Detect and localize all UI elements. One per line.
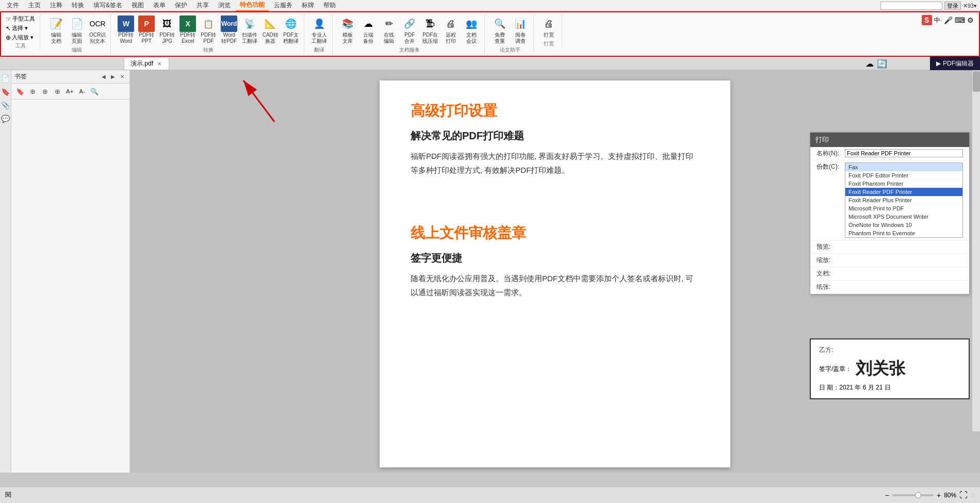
- remote-print-icon: 🖨: [443, 15, 459, 32]
- sig-date-label: 日 期：: [819, 383, 839, 392]
- sidebar-tool-4[interactable]: ⊕: [52, 86, 63, 97]
- printer-ms-xps[interactable]: Microsoft XPS Document Writer: [845, 213, 962, 221]
- printer-ms-pdf[interactable]: Microsoft Print to PDF: [845, 204, 962, 213]
- edit-page-btn[interactable]: 📄 编辑页面: [67, 14, 87, 45]
- zoom-plus-btn[interactable]: +: [937, 491, 941, 499]
- menu-home[interactable]: 主页: [24, 0, 45, 11]
- pdf-merge-btn[interactable]: 🔗 PDF合并: [400, 14, 419, 45]
- sogou-area: S 中· 🎤 ⌨ ⚙: [922, 15, 974, 25]
- login-button[interactable]: 登录: [944, 2, 961, 10]
- panel-bookmark-icon[interactable]: 🔖: [1, 88, 10, 96]
- free-check-icon: 🔍: [492, 15, 508, 32]
- printer-onenote[interactable]: OneNote for Windows 10: [845, 221, 962, 229]
- sidebar-tool-5[interactable]: A+: [64, 86, 75, 97]
- menu-form[interactable]: 表单: [149, 0, 170, 11]
- paper-group: 🔍 免费查重 📊 阅卷调查 论文助手: [487, 14, 534, 54]
- pdf-to-excel-btn[interactable]: X PDF转Excel: [178, 14, 198, 45]
- print-name-value: [845, 149, 963, 157]
- pdf-tab[interactable]: 演示.pdf ✕: [124, 57, 169, 70]
- ocr-btn[interactable]: OCR OCR识别文本: [88, 14, 107, 45]
- signature-box: 乙方: 签字/盖章： 刘关张 日 期： 2021 年 6 月 21 日: [810, 338, 970, 399]
- zoom-level[interactable]: ✕93▾: [963, 3, 977, 9]
- compress-btn[interactable]: 🗜 PDF在线压缩: [420, 14, 440, 45]
- sidebar-next-btn[interactable]: ▶: [109, 73, 117, 81]
- page-info: 閱: [5, 491, 11, 499]
- page-number: 閱: [5, 491, 11, 499]
- hand-tool-btn[interactable]: ☞ 手型工具: [4, 14, 37, 23]
- pdf-to-jpg-btn[interactable]: 🖼 PDF转JPG: [157, 14, 177, 45]
- expert-translate-btn[interactable]: 👤 专业人工翻译: [309, 14, 329, 45]
- sogou-logo: S: [922, 15, 932, 25]
- zoom-control: − + 80% ⛶ //: [885, 491, 975, 500]
- printer-foxit-editor[interactable]: Foxit PDF Editor Printer: [845, 171, 962, 180]
- menu-convert[interactable]: 转换: [68, 0, 88, 11]
- print-btn[interactable]: 🖨 打宽: [539, 14, 559, 39]
- sidebar-prev-btn[interactable]: ◀: [100, 73, 108, 81]
- pdf-pdf-icon: 📋: [200, 15, 217, 32]
- sidebar-tool-7[interactable]: 🔍: [89, 86, 100, 97]
- search-input[interactable]: [880, 2, 942, 10]
- pdf-editor-btn[interactable]: ▶ PDF编辑器: [930, 57, 980, 70]
- menu-sign[interactable]: 填写&签名: [89, 0, 126, 11]
- pdf-to-pdf-btn[interactable]: 📋 PDF转PDF: [199, 14, 218, 45]
- template-btn[interactable]: 📚 模板文库: [338, 14, 357, 45]
- print-group-label: 打宽: [544, 40, 554, 47]
- sidebar-tool-2[interactable]: ⊕: [27, 86, 38, 97]
- expand-btn[interactable]: ⛶: [959, 491, 968, 500]
- scan-btn[interactable]: 📡 扫描件工翻译: [240, 14, 259, 45]
- reading-survey-btn[interactable]: 📊 阅卷调查: [511, 14, 530, 45]
- pdf-translate-btn[interactable]: 🌐 PDF文档翻译: [281, 14, 301, 45]
- menu-special[interactable]: 特色功能: [236, 0, 269, 11]
- scrollbar[interactable]: [972, 70, 980, 431]
- panel-attachment-icon[interactable]: 📎: [1, 101, 10, 109]
- printer-foxit-reader[interactable]: Foxit Reader PDF Printer: [845, 188, 962, 196]
- sidebar-tool-6[interactable]: A-: [76, 86, 88, 97]
- print-dialog-title: 打印: [810, 133, 969, 147]
- menu-view[interactable]: 视图: [127, 0, 148, 11]
- sidebar-tool-1[interactable]: 🔖: [14, 86, 26, 97]
- left-icon-panel: 📄 🔖 📎 💬: [0, 70, 11, 473]
- zoom-tool-btn[interactable]: ⊕ 入缩放 ▾: [4, 33, 37, 42]
- menu-protect[interactable]: 保护: [171, 0, 191, 11]
- zoom-minus-btn[interactable]: −: [885, 491, 889, 499]
- edit-doc-btn[interactable]: 📝 编辑文档: [46, 14, 66, 45]
- printer-foxit-phantom[interactable]: Foxit Phantom Printer: [845, 180, 962, 188]
- pdf-to-word-btn[interactable]: W PDF转Word: [116, 14, 136, 45]
- sidebar-close-btn[interactable]: ✕: [118, 73, 126, 81]
- menu-browse[interactable]: 浏览: [214, 0, 235, 11]
- panel-page-icon[interactable]: 📄: [1, 74, 10, 83]
- menu-help[interactable]: 帮助: [319, 0, 340, 11]
- menu-share[interactable]: 共享: [192, 0, 213, 11]
- zoom-slider[interactable]: [892, 494, 934, 496]
- section2-title: 线上文件审核盖章: [411, 223, 699, 243]
- word-to-pdf-btn[interactable]: Word Word转PDF: [219, 14, 239, 45]
- tab-close-btn[interactable]: ✕: [156, 61, 162, 67]
- sidebar-tool-3[interactable]: ⊕: [39, 86, 51, 97]
- panel-comment-icon[interactable]: 💬: [1, 115, 10, 123]
- online-edit-btn[interactable]: ✏ 在线编辑: [379, 14, 399, 45]
- sidebar-toolbar: 🔖 ⊕ ⊕ ⊕ A+ A- 🔍: [11, 84, 129, 100]
- free-check-btn[interactable]: 🔍 免费查重: [490, 14, 510, 45]
- menu-cloud[interactable]: 云服务: [270, 0, 297, 11]
- select-tool-btn[interactable]: ↖ 选择 ▾: [4, 24, 37, 33]
- menu-annotate[interactable]: 注释: [46, 0, 67, 11]
- menu-signage[interactable]: 标牌: [298, 0, 318, 11]
- printer-name-input[interactable]: [845, 149, 963, 157]
- printer-foxit-plus[interactable]: Foxit Reader Plus Printer: [845, 196, 962, 204]
- cad-btn[interactable]: 📐 CAD转换器: [260, 14, 280, 45]
- cloud-backup-btn[interactable]: ☁ 云端备份: [358, 14, 378, 45]
- print-name-row: 名称(N):: [810, 147, 969, 160]
- cad-icon: 📐: [262, 15, 279, 32]
- doc-meeting-btn[interactable]: 👥 文档会议: [462, 14, 481, 45]
- svg-line-1: [243, 80, 274, 122]
- remote-print-btn[interactable]: 🖨 远程打印: [441, 14, 461, 45]
- status-bar: 閱 − + 80% ⛶ //: [0, 486, 980, 503]
- zoom-thumb: [915, 492, 921, 498]
- printer-fax[interactable]: Fax: [845, 163, 962, 171]
- scrollbar-thumb[interactable]: [973, 71, 980, 92]
- pdf-to-ppt-btn[interactable]: P PDF转PPT: [137, 14, 156, 45]
- menu-file[interactable]: 文件: [3, 0, 23, 11]
- pdf-ppt-icon: P: [138, 15, 155, 32]
- printer-phantom-evernote[interactable]: Phantom Print to Evernote: [845, 229, 962, 237]
- select-icon: ↖: [6, 25, 11, 32]
